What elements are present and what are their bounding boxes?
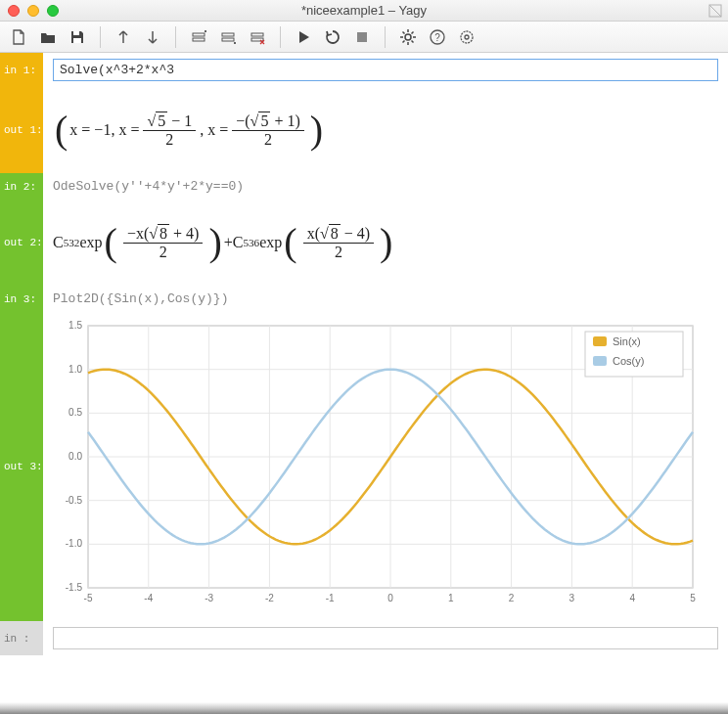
cell-2-in-row: in 2: OdeSolve(y''+4*y'+2*y==0)	[0, 173, 728, 200]
cell-1-output: ( x = −1, x = 5 − 1 2 , x = −(5 + 1) 2 )	[43, 87, 728, 173]
svg-text:4: 4	[629, 593, 635, 603]
svg-rect-1	[73, 31, 79, 35]
minimize-window-button[interactable]	[27, 5, 39, 17]
svg-rect-6	[222, 38, 234, 41]
move-down-button[interactable]	[140, 25, 165, 49]
svg-text:-1: -1	[326, 593, 335, 603]
svg-text:Sin(x): Sin(x)	[613, 335, 641, 347]
plot-container: -5-4-3-2-1012345-1.5-1.0-0.50.00.51.01.5…	[43, 312, 728, 621]
zoom-window-button[interactable]	[47, 5, 59, 17]
insert-cell-above-button[interactable]	[186, 25, 211, 49]
svg-rect-55	[593, 356, 607, 366]
svg-text:-1.0: -1.0	[66, 538, 83, 549]
cell-1-out-row: out 1: ( x = −1, x = 5 − 1 2 , x = −(5 +…	[0, 87, 728, 173]
svg-rect-9	[357, 32, 367, 42]
help-button[interactable]: ?	[425, 25, 450, 49]
new-file-button[interactable]	[6, 25, 31, 49]
svg-rect-53	[593, 336, 607, 346]
cell-empty-in-row: in :	[0, 621, 728, 655]
cell-3-in-row: in 3: Plot2D({Sin(x),Cos(y)})	[0, 286, 728, 312]
svg-rect-3	[193, 33, 205, 36]
settings-button[interactable]	[395, 25, 421, 49]
svg-text:1.0: 1.0	[68, 364, 82, 375]
maximize-icon[interactable]	[708, 4, 722, 18]
svg-text:0: 0	[387, 593, 393, 603]
svg-point-14	[465, 35, 469, 39]
cell-3-input-text: Plot2D({Sin(x),Cos(y)})	[53, 291, 228, 306]
svg-text:0.0: 0.0	[68, 451, 82, 462]
stop-button[interactable]	[349, 25, 375, 49]
cell-2-input-text: OdeSolve(y''+4*y'+2*y==0)	[53, 179, 244, 194]
cell-empty-input-field[interactable]	[53, 627, 718, 649]
cell-2-out-row: out 2: C532 exp ( −x(8 + 4) 2 ) + C536 e…	[0, 200, 728, 286]
svg-text:-0.5: -0.5	[66, 495, 83, 506]
app-window: *niceexample1 – Yagy	[0, 0, 728, 714]
svg-text:0.5: 0.5	[68, 407, 82, 418]
window-title: *niceexample1 – Yagy	[0, 3, 728, 18]
target-button[interactable]	[454, 25, 479, 49]
move-up-button[interactable]	[111, 25, 136, 49]
toolbar-separator	[280, 26, 281, 48]
svg-rect-2	[73, 38, 81, 43]
svg-text:3: 3	[569, 593, 575, 603]
svg-text:1: 1	[448, 593, 454, 603]
open-file-button[interactable]	[35, 25, 61, 49]
save-file-button[interactable]	[65, 25, 90, 49]
cell-2-in-gutter: in 2:	[0, 173, 43, 200]
run-button[interactable]	[291, 25, 316, 49]
svg-text:-3: -3	[205, 593, 213, 603]
cell-1-in-gutter: in 1:	[0, 53, 43, 87]
titlebar: *niceexample1 – Yagy	[0, 0, 728, 22]
cell-1-in-row: in 1:	[0, 53, 728, 87]
plot-chart: -5-4-3-2-1012345-1.5-1.0-0.50.00.51.01.5…	[47, 318, 703, 611]
svg-rect-4	[193, 38, 205, 41]
bottom-shadow	[0, 702, 728, 714]
svg-rect-7	[251, 33, 263, 36]
cell-3-in-gutter: in 3:	[0, 286, 43, 312]
restart-button[interactable]	[320, 25, 345, 49]
svg-text:-2: -2	[265, 593, 274, 603]
svg-text:-1.5: -1.5	[66, 582, 83, 593]
svg-text:2: 2	[509, 593, 515, 603]
cell-3-out-gutter: out 3:	[0, 312, 43, 621]
cell-empty-content	[43, 621, 728, 655]
svg-text:-4: -4	[144, 593, 153, 603]
cell-2-in-content[interactable]: OdeSolve(y''+4*y'+2*y==0)	[43, 173, 728, 200]
traffic-lights	[0, 5, 59, 17]
toolbar: ?	[0, 22, 728, 53]
svg-text:-5: -5	[84, 593, 93, 603]
toolbar-separator	[175, 26, 176, 48]
svg-text:Cos(y): Cos(y)	[613, 355, 644, 367]
math-text: x = −1, x =	[69, 121, 139, 139]
svg-point-13	[461, 31, 473, 43]
cell-empty-gutter: in :	[0, 621, 43, 655]
cell-2-output: C532 exp ( −x(8 + 4) 2 ) + C536 exp ( x(…	[43, 200, 728, 286]
toolbar-separator	[385, 26, 386, 48]
cell-1-out-gutter: out 1:	[0, 87, 43, 173]
toolbar-separator	[100, 26, 101, 48]
close-window-button[interactable]	[8, 5, 20, 17]
insert-cell-below-button[interactable]	[215, 25, 241, 49]
cell-3-out-row: out 3: -5-4-3-2-1012345-1.5-1.0-0.50.00.…	[0, 312, 728, 621]
workspace[interactable]: in 1: out 1: ( x = −1, x = 5 − 1 2 , x =	[0, 53, 728, 702]
svg-text:?: ?	[434, 32, 440, 43]
cell-1-in-content	[43, 53, 728, 87]
svg-text:1.5: 1.5	[68, 320, 82, 331]
cell-3-in-content[interactable]: Plot2D({Sin(x),Cos(y)})	[43, 286, 728, 312]
cell-1-input-field[interactable]	[53, 59, 718, 81]
svg-point-10	[405, 34, 411, 40]
delete-cell-button[interactable]	[245, 25, 270, 49]
cell-2-out-gutter: out 2:	[0, 200, 43, 286]
svg-rect-5	[222, 33, 234, 36]
svg-text:5: 5	[690, 593, 696, 603]
